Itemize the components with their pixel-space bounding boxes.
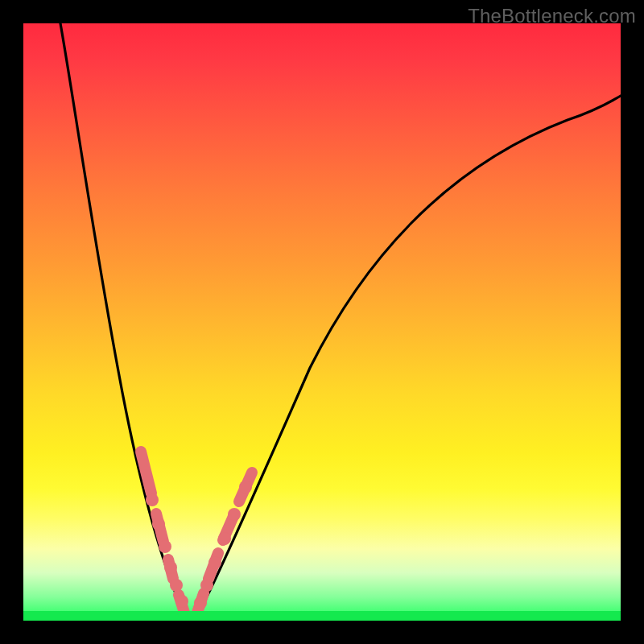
right-branch-curve bbox=[191, 96, 621, 621]
bottom-green-band bbox=[23, 611, 621, 621]
bead-dot bbox=[159, 540, 171, 553]
bead-dot bbox=[164, 561, 177, 574]
bead-dot bbox=[170, 579, 183, 592]
left-branch-curve bbox=[60, 23, 191, 621]
bead-dot bbox=[194, 597, 207, 609]
bead-dot bbox=[200, 579, 213, 592]
bead-dot bbox=[218, 532, 231, 545]
watermark-text: TheBottleneck.com bbox=[468, 5, 636, 27]
bead-dot bbox=[208, 556, 221, 569]
bead-dot bbox=[175, 595, 188, 608]
chart-frame: TheBottleneck.com bbox=[0, 0, 644, 644]
plot-area bbox=[23, 23, 621, 621]
chart-svg bbox=[23, 23, 621, 621]
bead-dot bbox=[146, 493, 159, 506]
bead-dot bbox=[228, 508, 241, 521]
beads-right bbox=[194, 473, 252, 613]
bead-dot bbox=[152, 518, 165, 530]
beads-left bbox=[141, 452, 188, 613]
bead-dot bbox=[239, 481, 252, 493]
